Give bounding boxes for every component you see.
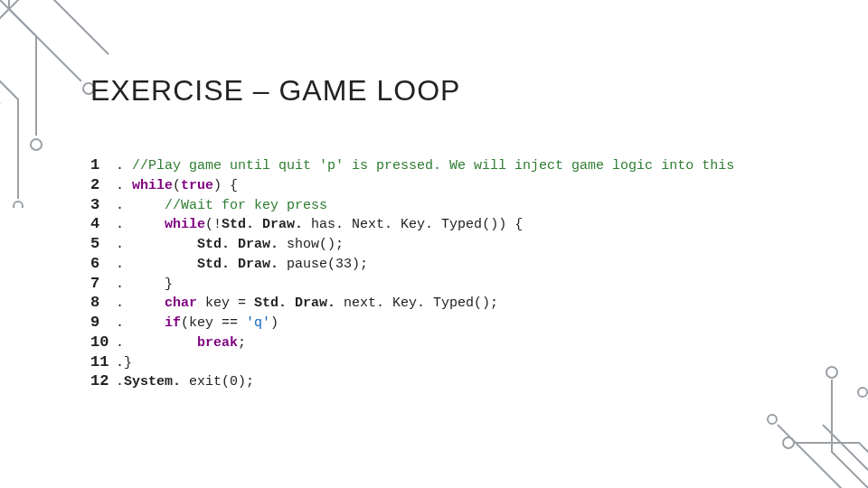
code-line-6: 6. Std. Draw. pause(33);: [90, 254, 832, 274]
slide-title: EXERCISE – GAME LOOP: [90, 74, 460, 108]
svg-point-0: [31, 139, 42, 150]
slide: EXERCISE – GAME LOOP 1. //Play game unti…: [0, 0, 868, 488]
svg-point-2: [14, 202, 23, 208]
svg-point-8: [858, 388, 867, 397]
code-block: 1. //Play game until quit 'p' is pressed…: [90, 155, 832, 391]
code-line-9: 9. if(key == 'q'): [90, 313, 832, 333]
code-line-10: 10. break;: [90, 333, 832, 352]
code-line-12: 12.System. exit(0);: [90, 371, 832, 391]
svg-point-7: [768, 415, 777, 424]
code-line-3: 3. //Wait for key press: [90, 195, 832, 215]
code-line-4: 4. while(!Std. Draw. has. Next. Key. Typ…: [90, 214, 832, 234]
code-line-11: 11.}: [90, 352, 832, 372]
code-line-2: 2. while(true) {: [90, 175, 832, 195]
code-line-8: 8. char key = Std. Draw. next. Key. Type…: [90, 293, 832, 313]
code-line-1: 1. //Play game until quit 'p' is pressed…: [90, 155, 832, 175]
code-line-7: 7. }: [90, 274, 832, 294]
code-line-5: 5. Std. Draw. show();: [90, 234, 832, 254]
